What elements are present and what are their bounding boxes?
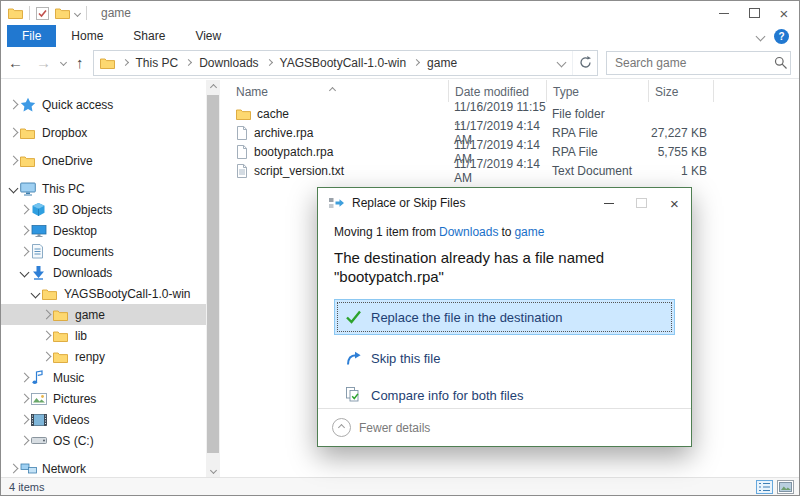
file-row-script-version-txt[interactable]: script_version.txt11/17/2019 4:14 AMText… — [220, 161, 799, 180]
sidebar-item-lib[interactable]: lib — [1, 325, 206, 346]
search-icon[interactable] — [774, 56, 794, 69]
chevron-right-icon[interactable] — [18, 388, 31, 409]
chevron-down-icon[interactable] — [7, 178, 20, 199]
column-header-name[interactable]: Name — [220, 80, 448, 102]
file-name: bootypatch.rpa — [254, 145, 333, 159]
chevron-right-icon[interactable] — [18, 367, 31, 388]
sidebar-item-label: 3D Objects — [53, 203, 112, 217]
recent-locations-icon[interactable] — [61, 60, 66, 65]
music-icon — [31, 370, 51, 385]
sidebar-item-os-c[interactable]: OS (C:) — [1, 430, 206, 451]
dialog-option-compare-info-for-both-files[interactable]: Compare info for both files — [334, 381, 675, 409]
sidebar-item-this-pc[interactable]: This PC — [1, 178, 206, 199]
sidebar-item-label: Documents — [53, 245, 114, 259]
chevron-right-icon[interactable] — [18, 409, 31, 430]
file-name-cell: bootypatch.rpa — [220, 145, 448, 159]
column-header-date-modified[interactable]: Date modified — [448, 80, 546, 102]
chevron-right-icon[interactable] — [18, 241, 31, 262]
ribbon-right-controls: ? — [757, 25, 799, 47]
qat-new-folder-icon[interactable] — [55, 7, 70, 19]
file-type: File folder — [546, 107, 648, 121]
chevron-right-icon[interactable] — [18, 220, 31, 241]
sidebar-item-videos[interactable]: Videos — [1, 409, 206, 430]
column-header-size[interactable]: Size — [648, 80, 713, 102]
chevron-right-icon[interactable] — [7, 458, 20, 477]
refresh-icon[interactable] — [572, 51, 597, 75]
video-icon — [31, 414, 51, 426]
breadcrumb-item-downloads[interactable]: Downloads — [199, 56, 258, 70]
dialog-options: Replace the file in the destinationSkip … — [334, 299, 675, 409]
tab-share[interactable]: Share — [118, 25, 180, 47]
sidebar-item-onedrive[interactable]: OneDrive — [1, 150, 206, 171]
dialog-option-skip-this-file[interactable]: Skip this file — [334, 344, 675, 372]
breadcrumb-item-this-pc[interactable]: This PC — [136, 56, 179, 70]
window-title: game — [101, 6, 131, 20]
chevron-right-icon[interactable] — [40, 304, 53, 325]
sidebar-item-downloads[interactable]: Downloads — [1, 262, 206, 283]
sidebar-item-dropbox[interactable]: Dropbox — [1, 122, 206, 143]
desktop-icon — [31, 224, 51, 238]
chevron-right-icon[interactable] — [7, 150, 20, 171]
minimize-button[interactable] — [709, 1, 739, 25]
search-input[interactable] — [607, 56, 774, 70]
up-button[interactable]: ↑ — [73, 54, 87, 71]
file-name-cell: archive.rpa — [220, 126, 448, 140]
details-view-button[interactable] — [755, 480, 774, 494]
dialog-option-replace-the-file-in-the-destination[interactable]: Replace the file in the destination — [334, 299, 675, 335]
chevron-down-icon[interactable] — [29, 283, 42, 304]
chevron-right-icon[interactable] — [40, 325, 53, 346]
back-button[interactable]: ← — [5, 54, 26, 71]
sidebar-item-renpy[interactable]: renpy — [1, 346, 206, 367]
tab-view[interactable]: View — [180, 25, 236, 47]
file-rows: cache11/16/2019 11:15 ...File folderarch… — [220, 104, 799, 180]
view-toggle-buttons — [755, 480, 795, 494]
sidebar-item-yagsbootycall-1-0-win[interactable]: YAGSBootyCall-1.0-win — [1, 283, 206, 304]
address-dropdown-icon[interactable] — [550, 51, 572, 75]
sidebar-item-label: OS (C:) — [53, 434, 94, 448]
sidebar-item-desktop[interactable]: Desktop — [1, 220, 206, 241]
address-bar[interactable]: This PCDownloadsYAGSBootyCall-1.0-wingam… — [93, 50, 599, 76]
help-icon[interactable]: ? — [774, 29, 789, 44]
chevron-right-icon[interactable] — [18, 430, 31, 451]
scroll-down-icon[interactable] — [206, 463, 220, 477]
scroll-up-icon[interactable] — [206, 80, 220, 94]
downloads-link[interactable]: Downloads — [439, 225, 498, 239]
column-header-type[interactable]: Type — [546, 80, 648, 102]
sidebar-item-music[interactable]: Music — [1, 367, 206, 388]
large-icons-view-button[interactable] — [776, 480, 795, 494]
scrollbar-thumb[interactable] — [207, 95, 219, 453]
file-type: RPA File — [546, 145, 648, 159]
folder-icon — [236, 108, 251, 120]
moving-prefix: Moving 1 item from — [334, 225, 436, 239]
breadcrumb-item-game[interactable]: game — [427, 56, 457, 70]
dialog-close-button[interactable]: × — [658, 188, 691, 218]
window-folder-icon[interactable] — [8, 7, 23, 19]
maximize-button[interactable] — [739, 1, 769, 25]
sidebar-item-game[interactable]: game — [1, 304, 206, 325]
chevron-down-icon[interactable] — [18, 262, 31, 283]
collapse-ribbon-icon[interactable] — [757, 33, 764, 40]
sidebar-item-3d-objects[interactable]: 3D Objects — [1, 199, 206, 220]
sidebar-item-quick-access[interactable]: Quick access — [1, 94, 206, 115]
tab-home[interactable]: Home — [56, 25, 118, 47]
dialog-minimize-button[interactable] — [592, 188, 625, 218]
qat-checkbox-icon[interactable] — [36, 7, 49, 20]
folder-icon — [53, 330, 73, 342]
move-files-icon — [328, 197, 344, 209]
chevron-right-icon[interactable] — [40, 346, 53, 367]
tab-file[interactable]: File — [7, 25, 56, 47]
check-icon — [344, 310, 362, 324]
chevron-right-icon[interactable] — [18, 199, 31, 220]
breadcrumb-item-yagsbootycall-1-0-win[interactable]: YAGSBootyCall-1.0-win — [280, 56, 407, 70]
sidebar-item-documents[interactable]: Documents — [1, 241, 206, 262]
fewer-details-button[interactable]: Fewer details — [318, 408, 691, 446]
chevron-right-icon[interactable] — [7, 122, 20, 143]
sidebar-scrollbar[interactable] — [206, 80, 220, 477]
game-link[interactable]: game — [514, 225, 544, 239]
qat-customize-icon[interactable] — [75, 11, 80, 16]
close-button[interactable]: × — [769, 1, 799, 25]
sidebar-item-pictures[interactable]: Pictures — [1, 388, 206, 409]
chevron-right-icon[interactable] — [7, 94, 20, 115]
sidebar-item-network[interactable]: Network — [1, 458, 206, 477]
forward-button[interactable]: → — [33, 54, 54, 71]
